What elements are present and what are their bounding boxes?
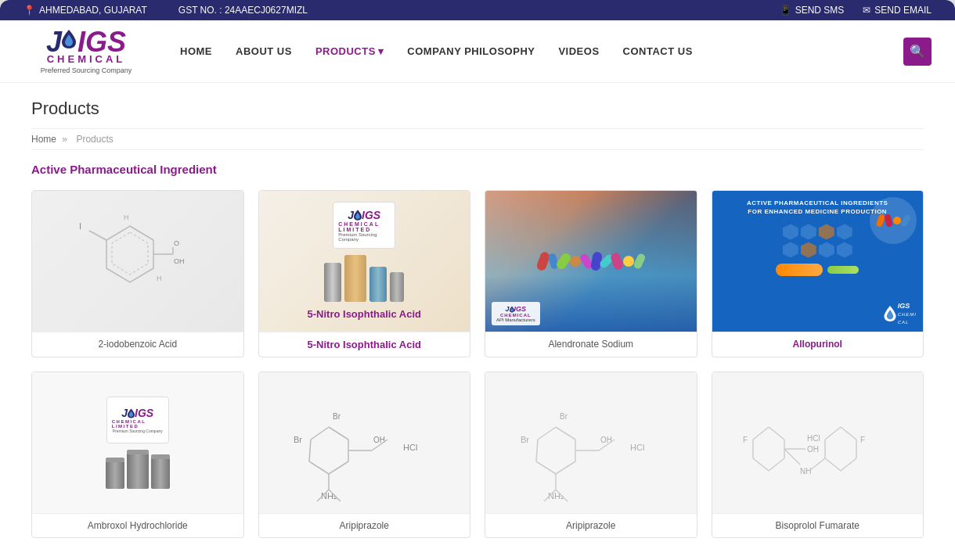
product-card-2iodobenzoic[interactable]: O OH I H H 2-iodobenzoic Acid bbox=[31, 190, 244, 357]
svg-text:OH: OH bbox=[807, 445, 819, 454]
svg-line-15 bbox=[309, 461, 329, 474]
send-sms-link[interactable]: 📱 SEND SMS bbox=[780, 5, 845, 16]
svg-line-14 bbox=[329, 461, 348, 474]
svg-text:NH: NH bbox=[800, 467, 811, 476]
svg-marker-1 bbox=[112, 232, 148, 275]
molecule-svg-2iodo: O OH I H H bbox=[75, 203, 200, 320]
molecule-aripiprazole2-svg: Br NH₂ OH Br HCl bbox=[513, 380, 669, 505]
product-card-ambroxol[interactable]: J IGS CHEMICAL LIMITED Premium Sourcing … bbox=[31, 372, 244, 538]
product-name-allopurinol: Allopurinol bbox=[712, 332, 924, 356]
product-card-alendronate[interactable]: J IGS CHEMICAL API Manufacturers Alendro… bbox=[485, 190, 697, 357]
logo-j: J bbox=[46, 28, 62, 56]
email-icon: ✉ bbox=[863, 5, 870, 16]
product-card-bisoprolol[interactable]: F HCl OH bbox=[712, 372, 924, 538]
svg-text:HCl: HCl bbox=[807, 434, 820, 443]
nav-contact[interactable]: CONTACT US bbox=[623, 45, 693, 57]
product-image-bisoprolol: F HCl OH bbox=[712, 372, 924, 513]
svg-text:HCl: HCl bbox=[403, 443, 417, 452]
product-image-2iodobenzoic: O OH I H H bbox=[32, 191, 243, 332]
products-grid-row1: O OH I H H 2-iodobenzoic Acid bbox=[31, 190, 924, 357]
product-image-aripiprazole1: Br NH₂ OH Br bbox=[259, 372, 470, 513]
logo[interactable]: J IGS CHEMICAL Preferred Sourcing Compan… bbox=[23, 28, 149, 74]
svg-line-52 bbox=[825, 427, 841, 440]
nav-videos[interactable]: VIDEOS bbox=[558, 45, 599, 57]
search-button[interactable]: 🔍 bbox=[903, 38, 932, 66]
jigs-logo-ambroxol: J IGS CHEMICAL LIMITED Premium Sourcing … bbox=[106, 397, 169, 443]
product-name-alendronate: Alendronate Sodium bbox=[485, 332, 697, 356]
main-content: Products Home » Products Active Pharmace… bbox=[0, 83, 955, 560]
molecule-aripiprazole1-svg: Br NH₂ OH Br bbox=[286, 380, 442, 505]
svg-text:I: I bbox=[79, 221, 81, 231]
search-icon: 🔍 bbox=[910, 44, 925, 59]
logo-drop-icon bbox=[62, 30, 76, 48]
product-image-5nitro: J IGS CHEMICAL LIMITED Premium Sourcing … bbox=[259, 191, 470, 332]
products-grid-row2: J IGS CHEMICAL LIMITED Premium Sourcing … bbox=[31, 372, 924, 538]
svg-line-56 bbox=[825, 458, 841, 471]
location-info: 📍 AHMEDABAD, GUJARAT bbox=[23, 5, 147, 16]
logo-chemical: CHEMICAL bbox=[47, 53, 126, 65]
alendronate-logo-overlay: J IGS CHEMICAL API Manufacturers bbox=[492, 302, 540, 325]
breadcrumb-separator: » bbox=[62, 134, 67, 145]
svg-line-16 bbox=[309, 440, 311, 461]
breadcrumb-home[interactable]: Home bbox=[31, 134, 56, 145]
svg-line-28 bbox=[556, 427, 575, 440]
header: J IGS CHEMICAL Preferred Sourcing Compan… bbox=[0, 20, 955, 83]
product-card-allopurinol[interactable]: ACTIVE PHARMACEUTICAL INGREDIENTSFOR ENH… bbox=[712, 190, 924, 357]
send-sms-label: SEND SMS bbox=[795, 5, 845, 16]
svg-line-11 bbox=[311, 427, 329, 440]
nav-company-philosophy[interactable]: COMPANY PHILOSOPHY bbox=[407, 45, 535, 57]
product-image-alendronate: J IGS CHEMICAL API Manufacturers bbox=[485, 191, 697, 332]
svg-line-6 bbox=[89, 231, 106, 240]
svg-line-27 bbox=[538, 427, 556, 440]
product-name-bisoprolol: Bisoprolol Fumarate bbox=[712, 513, 924, 537]
svg-text:Br: Br bbox=[521, 435, 529, 444]
nav-home[interactable]: HOME bbox=[180, 45, 212, 57]
product-card-aripiprazole1[interactable]: Br NH₂ OH Br bbox=[258, 372, 471, 538]
product-card-aripiprazole2[interactable]: Br NH₂ OH Br HCl bbox=[485, 372, 697, 538]
main-nav: HOME ABOUT US PRODUCTS ▾ COMPANY PHILOSO… bbox=[180, 38, 932, 66]
send-email-label: SEND EMAIL bbox=[874, 5, 932, 16]
svg-line-53 bbox=[841, 427, 856, 440]
product-name-aripiprazole2: Aripiprazole bbox=[485, 513, 697, 537]
jigs-logo-product: J IGS CHEMICAL LIMITED Premium Sourcing … bbox=[333, 202, 395, 249]
top-bar: 📍 AHMEDABAD, GUJARAT GST NO. : 24AAECJ06… bbox=[0, 0, 955, 20]
logo-igs: IGS bbox=[77, 28, 126, 56]
svg-text:O: O bbox=[174, 239, 179, 247]
svg-text:OH: OH bbox=[174, 257, 185, 265]
logo-tagline: Preferred Sourcing Company bbox=[41, 66, 132, 74]
svg-text:Br: Br bbox=[294, 435, 302, 444]
product-card-5nitro[interactable]: J IGS CHEMICAL LIMITED Premium Sourcing … bbox=[258, 190, 471, 357]
svg-marker-0 bbox=[106, 226, 153, 282]
sms-icon: 📱 bbox=[780, 5, 791, 16]
gst-text: GST NO. : 24AAECJ0627MIZL bbox=[178, 5, 308, 16]
product-name-ambroxol: Ambroxol Hydrochloride bbox=[32, 513, 243, 537]
svg-line-61 bbox=[809, 458, 825, 471]
svg-text:HCl: HCl bbox=[630, 443, 644, 452]
product-image-aripiprazole2: Br NH₂ OH Br HCl bbox=[485, 372, 697, 513]
breadcrumb-current: Products bbox=[76, 134, 113, 145]
svg-line-30 bbox=[556, 461, 575, 474]
page-title: Products bbox=[31, 99, 924, 119]
breadcrumb: Home » Products bbox=[31, 128, 924, 150]
molecule-bisoprolol-svg: F HCl OH bbox=[739, 380, 896, 505]
product-image-allopurinol: ACTIVE PHARMACEUTICAL INGREDIENTSFOR ENH… bbox=[712, 191, 924, 332]
svg-line-46 bbox=[769, 458, 784, 471]
product-name-5nitro: 5-Nitro Isophthalic Acid bbox=[259, 332, 470, 357]
svg-line-31 bbox=[536, 461, 556, 474]
section-title: Active Pharmaceutical Ingredient bbox=[31, 163, 924, 176]
nav-about[interactable]: ABOUT US bbox=[236, 45, 292, 57]
svg-text:F: F bbox=[860, 436, 865, 444]
product-image-ambroxol: J IGS CHEMICAL LIMITED Premium Sourcing … bbox=[32, 372, 243, 513]
svg-text:H: H bbox=[124, 214, 129, 221]
svg-line-55 bbox=[841, 458, 856, 471]
product-name-aripiprazole1: Aripiprazole bbox=[259, 513, 470, 537]
gst-info: GST NO. : 24AAECJ0627MIZL bbox=[178, 5, 308, 16]
nav-products[interactable]: PRODUCTS ▾ bbox=[315, 45, 384, 57]
send-email-link[interactable]: ✉ SEND EMAIL bbox=[863, 5, 932, 16]
svg-line-12 bbox=[329, 427, 348, 440]
svg-line-32 bbox=[536, 440, 538, 461]
chevron-down-icon: ▾ bbox=[378, 45, 384, 57]
svg-line-59 bbox=[784, 449, 800, 465]
svg-line-47 bbox=[753, 458, 769, 471]
svg-text:H: H bbox=[157, 275, 162, 282]
